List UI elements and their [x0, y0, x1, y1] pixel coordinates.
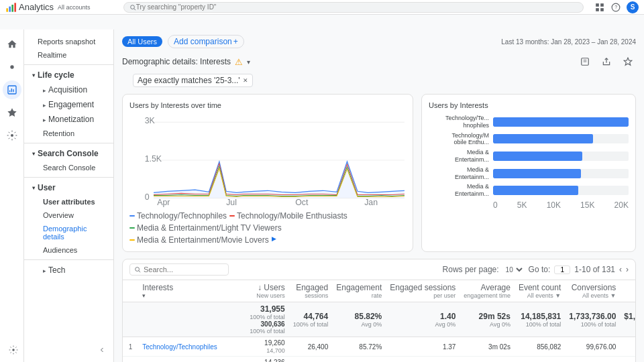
age-filter-chip[interactable]: Age exactly matches '25-3...' ✕ — [133, 74, 253, 87]
filter-close-icon[interactable]: ✕ — [243, 77, 248, 84]
svg-line-34 — [139, 271, 140, 272]
rows-per-page-label: Rows per page: — [443, 265, 499, 274]
bar-label-2: Media &Entertainm... — [429, 149, 489, 164]
th-rank — [123, 280, 138, 302]
row-revenue-0: $84,465.97 — [620, 337, 636, 357]
explore-icon-btn[interactable] — [3, 103, 21, 122]
nav-user-header[interactable]: ▾ User — [24, 180, 113, 195]
nav-demographic-details[interactable]: Demographic details — [24, 222, 113, 243]
bar-row-3: Media &Entertainm... — [429, 166, 629, 181]
app-title: Analytics — [19, 2, 54, 12]
bar-track-2 — [493, 152, 629, 161]
totals-row: 31,955 100% of total 300,636 100% of tot… — [123, 302, 636, 337]
reports-icon-btn[interactable] — [3, 80, 21, 99]
bar-fill-4 — [493, 186, 578, 195]
row-avg-time-0: 3m 02s — [460, 337, 515, 357]
nav-monetization[interactable]: ▸ Monetization — [24, 112, 113, 127]
th-interests[interactable]: Interests ▾ — [138, 280, 246, 302]
th-engaged-per-user[interactable]: Engaged sessions per user — [386, 280, 460, 302]
home-icon-btn[interactable] — [3, 35, 21, 54]
warning-icon: ⚠ — [235, 57, 243, 67]
topbar-actions: ? S — [594, 1, 639, 13]
svg-rect-8 — [596, 8, 599, 11]
th-avg-time[interactable]: Average engagement time — [460, 280, 515, 302]
activity-icon-btn[interactable] — [3, 58, 21, 76]
bar-track-3 — [493, 169, 629, 178]
svg-text:Oct: Oct — [295, 198, 309, 207]
sidebar-icon-panel — [0, 29, 24, 362]
th-users[interactable]: ↓ Users New users — [246, 280, 289, 302]
nav-tech[interactable]: ▸ Tech — [24, 263, 113, 278]
th-events[interactable]: Event count All events ▼ — [515, 280, 565, 302]
nav-search-console-item[interactable]: Search Console — [24, 161, 113, 174]
help-icon[interactable]: ? — [610, 2, 621, 13]
svg-text:?: ? — [614, 5, 617, 9]
nav-user-attributes[interactable]: User attributes — [24, 195, 113, 208]
bar-row-2: Media &Entertainm... — [429, 149, 629, 164]
svg-rect-9 — [600, 8, 604, 11]
avatar[interactable]: S — [627, 1, 639, 13]
nav-audiences[interactable]: Audiences — [24, 243, 113, 257]
date-range-label: Last 13 months: Jan 28, 2023 – Jan 28, 2… — [501, 38, 636, 46]
nav-realtime[interactable]: Realtime — [24, 48, 113, 62]
nav-reports-snapshot[interactable]: Reports snapshot — [24, 35, 113, 48]
svg-text:3K: 3K — [145, 116, 156, 125]
nav-lifecycle-header[interactable]: ▾ Life cycle — [24, 68, 113, 82]
bar-axis: 0 5K 10K 15K 20K — [429, 200, 629, 210]
bar-row-4: Media &Entertainm... — [429, 183, 629, 198]
row-users-0: 19,26014,700 — [246, 337, 289, 357]
add-comparison-btn[interactable]: Add comparison + — [168, 35, 244, 48]
table-search-input[interactable] — [144, 265, 224, 274]
export-icon[interactable] — [598, 54, 614, 70]
svg-rect-0 — [6, 8, 8, 11]
title-dropdown-icon[interactable]: ▾ — [247, 58, 250, 66]
row-revenue-1: $43,752.85 — [620, 357, 636, 363]
nav-divider-4 — [24, 259, 113, 260]
bar-label-4: Media &Entertainm... — [429, 183, 489, 198]
pagination-info: 1-10 of 131 — [574, 265, 615, 274]
bar-fill-0 — [493, 117, 629, 127]
settings-side-icon-btn[interactable] — [3, 126, 21, 145]
row-interest-1[interactable]: Technology/Mobile Enthusiasts — [138, 357, 246, 363]
interests-table: Interests ▾ ↓ Users New users — [123, 280, 636, 362]
th-engagement-rate[interactable]: Engagement rate — [332, 280, 386, 302]
nav-engagement[interactable]: ▸ Engagement — [24, 97, 113, 112]
legend-dot-yellow — [129, 239, 135, 241]
search-input[interactable] — [136, 3, 578, 11]
row-events-0: 856,082 — [515, 337, 565, 357]
grid-icon[interactable] — [594, 2, 605, 13]
svg-marker-17 — [7, 108, 16, 117]
nav-search-console-header[interactable]: ▾ Search Console — [24, 146, 113, 161]
legend-technophiles: Technology/Technophiles — [129, 211, 227, 221]
svg-point-33 — [136, 267, 140, 272]
data-table-card: Rows per page: 102550 Go to: 1-10 of 131… — [122, 259, 636, 362]
nav-acquisition[interactable]: ▸ Acquisition — [24, 82, 113, 97]
nav-divider-2 — [24, 143, 113, 143]
th-revenue[interactable]: Total revenue — [620, 280, 636, 302]
th-conversions[interactable]: Conversions All events ▼ — [565, 280, 620, 302]
nav-retention[interactable]: Retention — [24, 127, 113, 140]
nav-overview[interactable]: Overview — [24, 208, 113, 222]
rows-per-page-select[interactable]: 102550 — [503, 265, 525, 274]
legend-movielovers: Media & Entertainment/Movie Lovers — [129, 235, 269, 245]
all-users-chip[interactable]: All Users — [122, 36, 162, 47]
sidebar-collapse-btn[interactable] — [95, 343, 109, 357]
settings-gear-btn[interactable] — [5, 342, 21, 358]
th-engaged-sessions[interactable]: Engaged sessions — [289, 280, 333, 302]
main-content: All Users Add comparison + Last 13 month… — [114, 29, 644, 362]
bookmark-icon[interactable] — [620, 54, 636, 70]
svg-point-35 — [12, 349, 15, 351]
bar-fill-1 — [493, 134, 593, 143]
table-search-box[interactable] — [129, 263, 229, 276]
row-avg-time-1: 2m 37s — [460, 357, 515, 363]
nav-panel: Reports snapshot Realtime ▾ Life cycle ▸… — [24, 29, 114, 362]
legend-more[interactable]: ▶ — [272, 235, 276, 245]
row-interest-0[interactable]: Technology/Technophiles — [138, 337, 246, 357]
share-icon[interactable] — [577, 54, 593, 70]
prev-page-btn[interactable]: ‹ — [619, 265, 622, 274]
search-bar[interactable] — [123, 2, 584, 13]
goto-input[interactable] — [554, 265, 570, 274]
page-title: Demographic details: Interests ⚠ ▾ — [122, 57, 250, 67]
next-page-btn[interactable]: › — [626, 265, 629, 274]
row-events-1: 524,553 — [515, 357, 565, 363]
